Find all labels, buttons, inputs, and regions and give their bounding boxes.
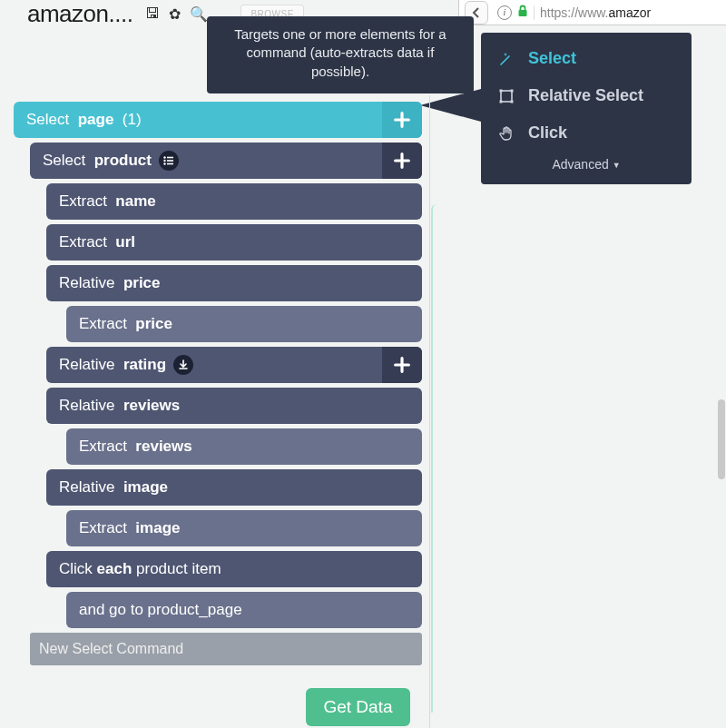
- info-icon[interactable]: i: [497, 5, 512, 20]
- scrollbar-thumb[interactable]: [718, 399, 725, 479]
- page-highlight: [431, 204, 721, 713]
- menu-callout-arrow: [420, 89, 481, 122]
- chevron-down-icon: ▼: [613, 161, 621, 170]
- add-command-button[interactable]: [382, 102, 422, 138]
- context-menu: SelectRelative SelectClick Advanced ▼: [481, 33, 692, 184]
- command-row[interactable]: Relative reviews: [46, 388, 422, 424]
- menu-item-select[interactable]: Select: [481, 40, 692, 77]
- svg-rect-1: [501, 91, 512, 102]
- gear-icon[interactable]: ✿: [169, 5, 181, 23]
- plus-icon: [392, 355, 412, 375]
- tooltip: Targets one or more elements for a comma…: [207, 16, 474, 93]
- menu-advanced[interactable]: Advanced ▼: [481, 157, 692, 172]
- svg-point-6: [163, 156, 165, 158]
- toolbar-icons: 🖫 ✿ 🔍: [145, 5, 208, 23]
- command-row[interactable]: Relative price: [46, 265, 422, 301]
- svg-point-8: [163, 160, 165, 162]
- svg-rect-9: [167, 160, 173, 162]
- add-subcommand-button[interactable]: [382, 347, 422, 383]
- command-row[interactable]: Relative image: [46, 469, 422, 506]
- svg-rect-11: [167, 163, 173, 165]
- command-row[interactable]: Relative rating: [46, 347, 422, 383]
- svg-rect-4: [500, 100, 503, 103]
- list-icon: [159, 151, 179, 171]
- svg-point-10: [163, 162, 165, 164]
- command-row[interactable]: Extract name: [46, 183, 422, 220]
- app-brand: amazon....: [27, 0, 132, 28]
- new-command-input[interactable]: New Select Command: [30, 633, 422, 665]
- menu-item-click[interactable]: Click: [481, 114, 692, 152]
- plus-icon: [392, 151, 412, 171]
- url-text[interactable]: https://www.amazor: [540, 5, 651, 20]
- plus-icon: [392, 110, 412, 130]
- menu-item-relative-select[interactable]: Relative Select: [481, 77, 692, 114]
- wand-icon: [497, 51, 515, 67]
- divider: [534, 5, 535, 20]
- box-icon: [497, 88, 515, 104]
- lock-icon: [517, 5, 528, 20]
- command-row[interactable]: and go to product_page: [66, 592, 422, 628]
- hand-icon: [497, 125, 515, 142]
- menu-item-label: Click: [528, 123, 567, 143]
- search-icon[interactable]: 🔍: [190, 5, 208, 23]
- menu-item-label: Select: [528, 49, 576, 68]
- download-icon: [173, 355, 193, 375]
- command-select-page[interactable]: Select page (1): [14, 102, 422, 138]
- command-row[interactable]: Click each product item: [46, 551, 422, 587]
- url-bar: i https://www.amazor: [458, 0, 726, 25]
- command-select-product[interactable]: Select product: [30, 143, 422, 179]
- svg-rect-2: [500, 89, 503, 92]
- command-panel: Select page (1) Select product Extract n…: [14, 102, 422, 665]
- menu-item-label: Relative Select: [528, 86, 643, 105]
- command-row[interactable]: Extract url: [46, 224, 422, 261]
- get-data-button[interactable]: Get Data: [306, 688, 410, 726]
- svg-rect-3: [511, 89, 514, 92]
- save-icon[interactable]: 🖫: [145, 5, 160, 23]
- command-row[interactable]: Extract image: [66, 510, 422, 546]
- svg-rect-0: [519, 10, 527, 16]
- command-row[interactable]: Extract reviews: [66, 428, 422, 465]
- svg-rect-5: [511, 100, 514, 103]
- command-row[interactable]: Extract price: [66, 306, 422, 342]
- svg-rect-7: [167, 157, 173, 159]
- add-subcommand-button[interactable]: [382, 143, 422, 179]
